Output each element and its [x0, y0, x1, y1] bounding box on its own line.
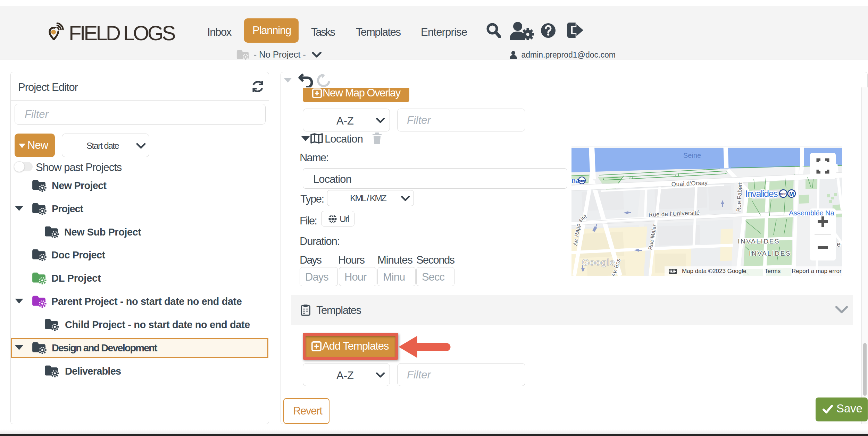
svg-text:Assemblée Na: Assemblée Na — [789, 209, 834, 217]
svg-text:Google: Google — [582, 257, 615, 267]
svg-text:INVALIDES: INVALIDES — [749, 250, 791, 257]
svg-text:Seine: Seine — [683, 152, 701, 159]
svg-text:M: M — [789, 191, 794, 197]
svg-text:e: e — [837, 240, 841, 248]
svg-text:RER: RER — [780, 192, 787, 196]
svg-text:RER: RER — [579, 179, 585, 182]
svg-text:INVALIDES: INVALIDES — [738, 238, 780, 245]
svg-text:Terms: Terms — [765, 268, 781, 274]
svg-text:Report a map error: Report a map error — [792, 268, 842, 274]
svg-text:Map data ©2023 Google: Map data ©2023 Google — [682, 268, 746, 274]
svg-text:Invalides: Invalides — [745, 189, 778, 199]
